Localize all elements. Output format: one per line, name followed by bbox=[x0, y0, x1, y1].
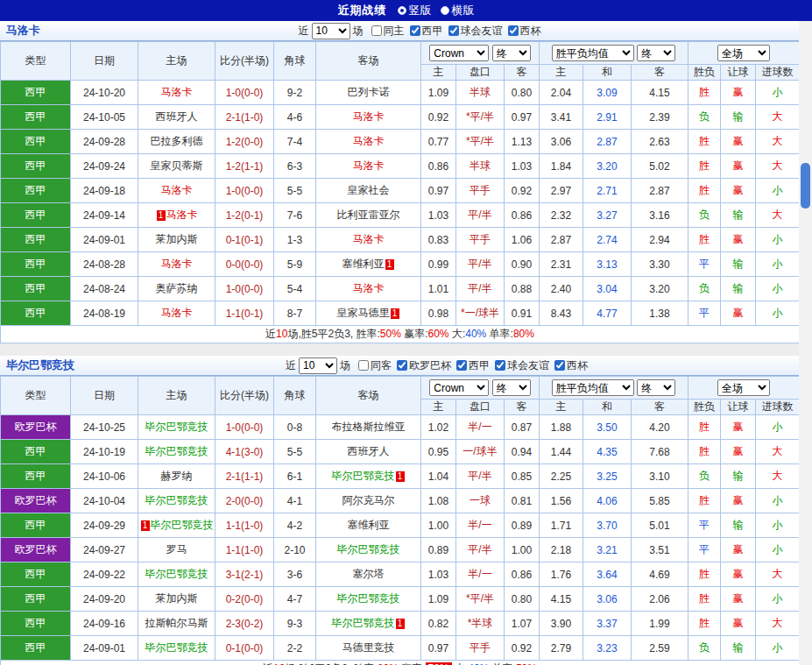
layout-option[interactable]: 竖版 bbox=[398, 3, 432, 18]
team-link[interactable]: 毕尔巴鄂竞技 bbox=[337, 543, 400, 555]
team-link[interactable]: 阿尔克马尔 bbox=[342, 494, 395, 506]
filter-checkbox[interactable] bbox=[554, 360, 565, 371]
team-link[interactable]: 马洛卡 bbox=[166, 209, 198, 221]
filter-item[interactable]: 球会友谊 bbox=[495, 358, 549, 373]
score-cell: 1-0(0-0) bbox=[215, 81, 274, 105]
asian-away-odds: 0.90 bbox=[505, 252, 540, 277]
team-link[interactable]: 西班牙人 bbox=[156, 110, 198, 123]
match-count-select[interactable]: 10 bbox=[299, 357, 337, 374]
asian-away-odds: 0.88 bbox=[505, 277, 540, 301]
league-cell: 西甲 bbox=[1, 277, 71, 301]
team-link[interactable]: 西班牙人 bbox=[348, 445, 390, 457]
team-link[interactable]: 马德里竞技 bbox=[342, 641, 395, 654]
team-link[interactable]: 毕尔巴鄂竞技 bbox=[332, 470, 395, 482]
team-link[interactable]: 毕尔巴鄂竞技 bbox=[145, 445, 208, 457]
team-link[interactable]: 毕尔巴鄂竞技 bbox=[145, 568, 208, 580]
matches-body: 西甲24-10-20马洛卡1-0(0-0)9-2巴列卡诺1.09半球0.802.… bbox=[1, 81, 800, 326]
team-link[interactable]: 皇家马德里 bbox=[337, 307, 390, 319]
fulltime-select[interactable]: 全场 bbox=[717, 379, 770, 396]
filter-item[interactable]: 欧罗巴杯 bbox=[397, 358, 451, 373]
team-link[interactable]: 马洛卡 bbox=[161, 258, 193, 270]
handicap-result-cell: 输 bbox=[721, 277, 756, 301]
team-link[interactable]: 毕尔巴鄂竞技 bbox=[151, 519, 214, 531]
filter-item[interactable]: 西杯 bbox=[508, 24, 541, 39]
team-link[interactable]: 罗马 bbox=[166, 543, 187, 555]
team-link[interactable]: 布拉格斯拉维亚 bbox=[332, 421, 406, 433]
games-label: 场 bbox=[340, 358, 350, 373]
asian-handicap: 平/半 bbox=[456, 464, 505, 489]
team-link[interactable]: 马洛卡 bbox=[353, 135, 385, 147]
euro-avg-select[interactable]: 胜平负均值 bbox=[552, 379, 634, 396]
euro-stage-select[interactable]: 终 bbox=[637, 45, 675, 61]
team-link[interactable]: 毕尔巴鄂竞技 bbox=[337, 592, 400, 605]
filter-checkbox[interactable] bbox=[495, 360, 505, 371]
filter-item[interactable]: 西甲 bbox=[410, 24, 443, 39]
filter-checkbox[interactable] bbox=[371, 25, 382, 36]
euro-home-odds: 3.06 bbox=[540, 130, 583, 154]
team-link[interactable]: 皇家社会 bbox=[348, 184, 390, 196]
team-link[interactable]: 巴拉多利德 bbox=[151, 135, 203, 147]
filter-checkbox[interactable] bbox=[397, 360, 407, 371]
scrollbar-thumb[interactable] bbox=[801, 163, 810, 209]
score-cell: 2-0(0-0) bbox=[215, 489, 274, 513]
filter-item[interactable]: 同客 bbox=[358, 358, 392, 373]
match-count-select[interactable]: 10 bbox=[312, 23, 350, 39]
layout-option[interactable]: 横版 bbox=[441, 3, 475, 18]
euro-home-odds: 1.56 bbox=[540, 489, 583, 513]
team-link[interactable]: 毕尔巴鄂竞技 bbox=[145, 494, 208, 506]
euro-home-odds: 2.04 bbox=[540, 81, 583, 105]
team-link[interactable]: 马洛卡 bbox=[353, 159, 385, 172]
team-link[interactable]: 马洛卡 bbox=[353, 110, 385, 123]
league-cell: 西甲 bbox=[1, 562, 71, 587]
summary-row: 近10场,胜6平2负2, 胜率:60% 赢率:70% 大:40% 单率:50% bbox=[1, 661, 800, 665]
asian-handicap: 平/半 bbox=[456, 277, 505, 301]
bookmaker-select[interactable]: Crown bbox=[429, 379, 489, 396]
filter-checkbox[interactable] bbox=[456, 360, 467, 371]
euro-away-odds: 3.16 bbox=[632, 203, 688, 228]
col-header-away: 客场 bbox=[316, 377, 421, 415]
euro-avg-select[interactable]: 胜平负均值 bbox=[552, 45, 634, 61]
corners-cell: 2-10 bbox=[274, 538, 316, 562]
team-link[interactable]: 莱加内斯 bbox=[156, 233, 198, 245]
away-team-cell: 西班牙人 bbox=[316, 440, 421, 464]
team-link[interactable]: 塞维利亚 bbox=[348, 519, 390, 531]
summary-part: 单率: bbox=[486, 328, 513, 340]
team-link[interactable]: 马洛卡 bbox=[161, 307, 193, 319]
euro-draw-odds: 3.37 bbox=[583, 612, 632, 636]
filter-checkbox[interactable] bbox=[448, 25, 459, 36]
filter-item[interactable]: 西杯 bbox=[554, 358, 588, 373]
team-link[interactable]: 马洛卡 bbox=[353, 233, 385, 245]
team-link[interactable]: 赫罗纳 bbox=[161, 470, 193, 482]
scrollbar-track[interactable] bbox=[799, 21, 812, 665]
euro-stage-select[interactable]: 终 bbox=[637, 379, 675, 396]
goals-result-cell: 大 bbox=[756, 562, 800, 587]
bookmaker-select[interactable]: Crown bbox=[429, 45, 489, 61]
handicap-result-cell: 赢 bbox=[721, 81, 756, 105]
filter-checkbox[interactable] bbox=[508, 25, 519, 36]
team-link[interactable]: 塞尔塔 bbox=[353, 568, 385, 580]
team-link[interactable]: 奥萨苏纳 bbox=[156, 282, 198, 294]
team-link[interactable]: 拉斯帕尔马斯 bbox=[145, 617, 208, 629]
team-link[interactable]: 毕尔巴鄂竞技 bbox=[332, 617, 395, 629]
team-link[interactable]: 莱加内斯 bbox=[156, 592, 198, 605]
filter-item[interactable]: 同主 bbox=[371, 24, 405, 39]
filter-item[interactable]: 西甲 bbox=[456, 358, 490, 373]
team-link[interactable]: 马洛卡 bbox=[353, 282, 385, 294]
filter-label: 同主 bbox=[384, 24, 405, 39]
team-link[interactable]: 马洛卡 bbox=[161, 184, 193, 196]
team-link[interactable]: 马洛卡 bbox=[161, 86, 193, 98]
date-cell: 24-10-05 bbox=[71, 105, 138, 130]
team-link[interactable]: 巴列卡诺 bbox=[348, 86, 390, 98]
team-link[interactable]: 毕尔巴鄂竞技 bbox=[145, 641, 208, 654]
fulltime-select[interactable]: 全场 bbox=[717, 45, 770, 61]
asian-stage-select[interactable]: 终 bbox=[492, 45, 531, 61]
team-link[interactable]: 皇家贝蒂斯 bbox=[151, 159, 203, 172]
filter-checkbox[interactable] bbox=[410, 25, 420, 36]
asian-stage-select[interactable]: 终 bbox=[492, 379, 531, 396]
home-team-cell: 莱加内斯 bbox=[138, 228, 215, 252]
filter-checkbox[interactable] bbox=[358, 360, 369, 371]
team-link[interactable]: 比利亚雷亚尔 bbox=[337, 209, 400, 221]
team-link[interactable]: 塞维利亚 bbox=[342, 258, 385, 270]
filter-item[interactable]: 球会友谊 bbox=[448, 24, 503, 39]
team-link[interactable]: 毕尔巴鄂竞技 bbox=[145, 421, 208, 433]
